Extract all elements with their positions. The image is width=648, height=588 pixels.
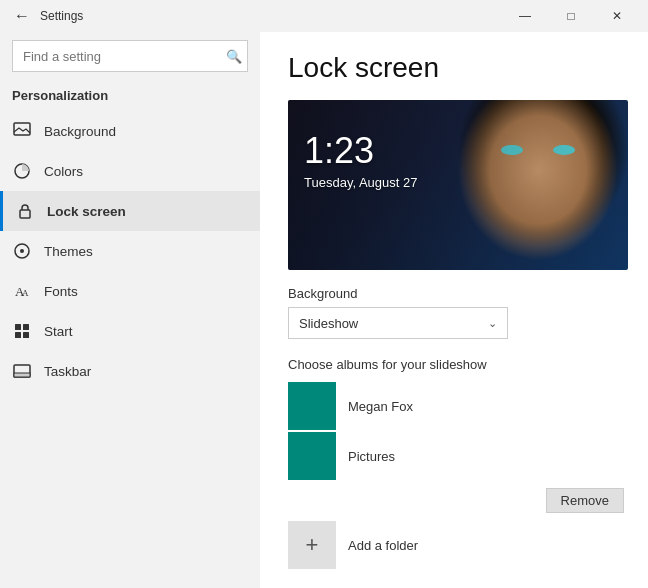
sidebar-item-taskbar[interactable]: Taskbar xyxy=(0,351,260,391)
back-button[interactable]: ← xyxy=(8,2,36,30)
svg-rect-2 xyxy=(20,210,30,218)
svg-rect-0 xyxy=(14,123,30,135)
svg-rect-8 xyxy=(23,324,29,330)
svg-point-4 xyxy=(20,249,24,253)
themes-icon xyxy=(12,241,32,261)
app-title: Settings xyxy=(40,9,502,23)
colors-icon xyxy=(12,161,32,181)
dropdown-value: Slideshow xyxy=(299,316,488,331)
background-icon xyxy=(12,121,32,141)
sidebar-label-lock-screen: Lock screen xyxy=(47,204,126,219)
choose-albums-label: Choose albums for your slideshow xyxy=(288,357,620,372)
svg-text:A: A xyxy=(22,288,29,298)
add-folder-row[interactable]: + Add a folder xyxy=(288,521,620,569)
window-controls: — □ ✕ xyxy=(502,0,640,32)
lock-screen-icon xyxy=(15,201,35,221)
maximize-button[interactable]: □ xyxy=(548,0,594,32)
sidebar-item-background[interactable]: Background xyxy=(0,111,260,151)
advanced-row: Advanced slideshow settings xyxy=(288,581,620,588)
remove-row: Remove xyxy=(288,488,624,513)
album-item-pictures[interactable]: Pictures xyxy=(288,432,620,480)
sidebar-item-lock-screen[interactable]: Lock screen xyxy=(0,191,260,231)
sidebar-label-themes: Themes xyxy=(44,244,93,259)
sidebar-item-fonts[interactable]: AA Fonts xyxy=(0,271,260,311)
sidebar-item-start[interactable]: Start xyxy=(0,311,260,351)
app-body: 🔍 Personalization Background Colors Lock… xyxy=(0,32,648,588)
title-bar: ← Settings — □ ✕ xyxy=(0,0,648,32)
preview-date: Tuesday, August 27 xyxy=(304,175,417,190)
sidebar-item-themes[interactable]: Themes xyxy=(0,231,260,271)
sidebar-item-colors[interactable]: Colors xyxy=(0,151,260,191)
red-arrow-icon xyxy=(463,581,499,588)
background-dropdown[interactable]: Slideshow ⌄ xyxy=(288,307,508,339)
svg-rect-9 xyxy=(15,332,21,338)
add-plus-icon: + xyxy=(288,521,336,569)
minimize-button[interactable]: — xyxy=(502,0,548,32)
album-name-pictures: Pictures xyxy=(348,449,395,464)
page-title: Lock screen xyxy=(288,52,620,84)
close-button[interactable]: ✕ xyxy=(594,0,640,32)
fonts-icon: AA xyxy=(12,281,32,301)
svg-rect-7 xyxy=(15,324,21,330)
background-section-label: Background xyxy=(288,286,620,301)
album-thumb-megan-fox xyxy=(288,382,336,430)
search-input[interactable] xyxy=(12,40,248,72)
start-icon xyxy=(12,321,32,341)
add-folder-label: Add a folder xyxy=(348,538,418,553)
svg-rect-10 xyxy=(23,332,29,338)
album-name-megan-fox: Megan Fox xyxy=(348,399,413,414)
album-item-megan-fox[interactable]: Megan Fox xyxy=(288,382,620,430)
sidebar-label-colors: Colors xyxy=(44,164,83,179)
lock-screen-preview: 1:23 Tuesday, August 27 xyxy=(288,100,628,270)
sidebar-label-background: Background xyxy=(44,124,116,139)
preview-time: 1:23 xyxy=(304,130,374,172)
search-icon: 🔍 xyxy=(226,49,242,64)
chevron-down-icon: ⌄ xyxy=(488,317,497,330)
sidebar-label-start: Start xyxy=(44,324,73,339)
content-area: Lock screen 1:23 Tuesday, August 27 Back… xyxy=(260,32,648,588)
sidebar-section-title: Personalization xyxy=(0,84,260,111)
search-box[interactable]: 🔍 xyxy=(12,40,248,72)
remove-button[interactable]: Remove xyxy=(546,488,624,513)
taskbar-icon xyxy=(12,361,32,381)
sidebar-label-taskbar: Taskbar xyxy=(44,364,91,379)
album-thumb-pictures xyxy=(288,432,336,480)
svg-rect-12 xyxy=(14,373,30,377)
sidebar: 🔍 Personalization Background Colors Lock… xyxy=(0,32,260,588)
sidebar-label-fonts: Fonts xyxy=(44,284,78,299)
